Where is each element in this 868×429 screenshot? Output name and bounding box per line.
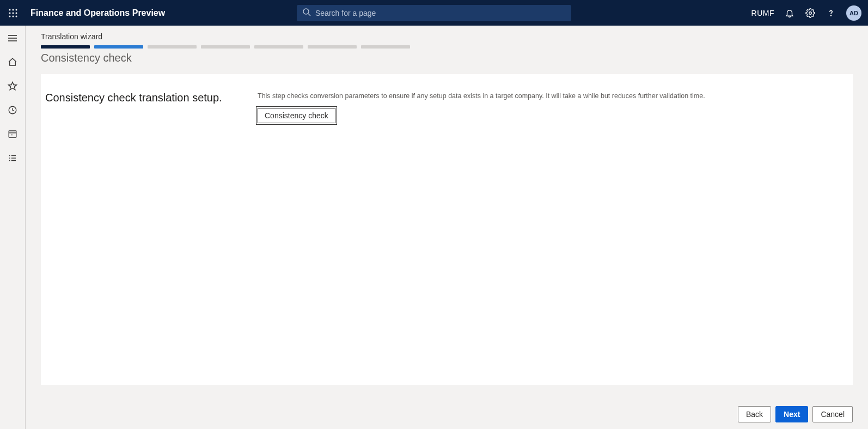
cancel-button[interactable]: Cancel — [812, 406, 853, 422]
gear-icon[interactable] — [805, 8, 816, 19]
svg-point-8 — [16, 15, 17, 17]
app-launcher-icon[interactable] — [4, 4, 22, 22]
wizard-step-1 — [41, 45, 90, 49]
wizard-step-6 — [308, 45, 357, 49]
workspaces-icon[interactable] — [7, 128, 19, 140]
wizard-steps — [41, 45, 853, 49]
svg-point-12 — [830, 15, 831, 15]
content-description: This step checks conversion parameters t… — [258, 92, 848, 101]
global-search[interactable] — [297, 5, 571, 21]
svg-point-9 — [303, 9, 309, 14]
wizard-step-2 — [94, 45, 143, 49]
next-button[interactable]: Next — [775, 406, 808, 422]
company-code[interactable]: RUMF — [751, 9, 774, 17]
user-avatar[interactable]: AD — [846, 5, 861, 21]
svg-point-5 — [16, 12, 17, 14]
wizard-step-4 — [201, 45, 250, 49]
left-nav-rail — [0, 26, 26, 429]
wizard-header: Consistency check — [26, 45, 868, 64]
content-heading: Consistency check translation setup. — [45, 92, 253, 104]
consistency-check-button[interactable]: Consistency check — [258, 108, 335, 123]
favorites-icon[interactable] — [7, 80, 19, 92]
svg-point-7 — [13, 15, 14, 17]
svg-point-3 — [9, 12, 11, 14]
svg-point-2 — [16, 9, 17, 10]
hamburger-icon[interactable] — [7, 32, 19, 44]
back-button[interactable]: Back — [738, 406, 771, 422]
wizard-step-5 — [254, 45, 303, 49]
wizard-step-7 — [361, 45, 410, 49]
wizard-step-title: Consistency check — [41, 52, 853, 64]
breadcrumb: Translation wizard — [26, 26, 868, 45]
search-icon — [302, 8, 311, 18]
modules-icon[interactable] — [7, 152, 19, 164]
wizard-step-3 — [148, 45, 197, 49]
svg-point-1 — [13, 9, 14, 10]
svg-rect-18 — [9, 131, 16, 137]
home-icon[interactable] — [7, 56, 19, 68]
content-card: Consistency check translation setup. Thi… — [41, 74, 853, 385]
main-content: Translation wizard Consistency check Con… — [26, 26, 868, 429]
notifications-icon[interactable] — [784, 8, 795, 19]
svg-point-6 — [9, 15, 11, 17]
svg-point-4 — [13, 12, 14, 14]
svg-line-10 — [308, 14, 310, 16]
svg-marker-16 — [9, 82, 17, 90]
wizard-footer: Back Next Cancel — [738, 406, 853, 422]
search-input[interactable] — [315, 9, 566, 17]
top-navbar: Finance and Operations Preview RUMF AD — [0, 0, 868, 26]
app-title: Finance and Operations Preview — [30, 8, 165, 18]
recent-icon[interactable] — [7, 104, 19, 116]
help-icon[interactable] — [826, 8, 836, 19]
svg-point-11 — [809, 11, 812, 14]
svg-point-0 — [9, 9, 11, 10]
